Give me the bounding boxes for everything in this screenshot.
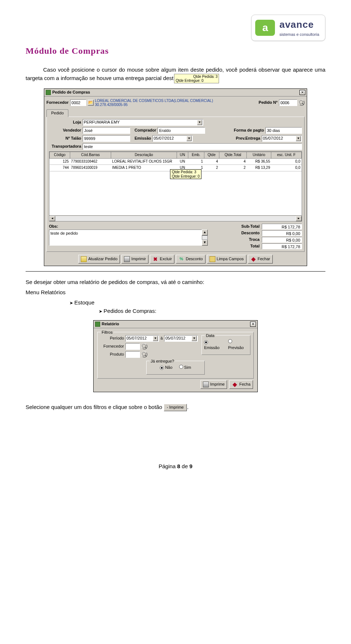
produto-input[interactable] <box>125 351 140 358</box>
page-footer: Página 8 de 9 <box>26 462 325 470</box>
value-total: R$ 172,78 <box>262 243 302 249</box>
forma-pagto-input[interactable]: 30 dias <box>265 127 302 134</box>
radio-sim[interactable]: Sim <box>179 365 191 371</box>
save-icon <box>81 256 87 262</box>
tab-pedido[interactable]: Pedido <box>46 109 68 117</box>
percent-icon: % <box>178 256 184 262</box>
paragraph-relatorio-intro: Se desejar obter uma relatório de pedido… <box>26 278 325 286</box>
scroll-left-icon[interactable]: ◄ <box>49 216 55 221</box>
radio-nao[interactable]: Não <box>160 365 172 371</box>
brand-name: avance <box>279 18 319 32</box>
periodo-from-date[interactable]: 05/07/2012▼ <box>125 335 159 342</box>
imprime-button[interactable]: Imprime <box>200 380 227 389</box>
tooltip-inline: Qtde Pedida: 3Qtde Entregue: 0 <box>174 74 219 83</box>
tabstrip: Pedido <box>46 109 305 117</box>
broom-icon <box>210 256 215 262</box>
scroll-up-icon[interactable]: ▲ <box>202 230 208 235</box>
group-data: Data Emissão Previsão <box>201 335 250 355</box>
emissao-date[interactable]: 05/07/2012▼ <box>152 135 193 142</box>
periodo-to-date[interactable]: 05/07/2012▼ <box>164 335 198 342</box>
label-fornecedor: Fornecedor <box>101 344 124 349</box>
grid-header-row: CódigoCód.Barras DescriaçãoUN Emb.Qtde Q… <box>50 152 302 159</box>
label-transportadora: Transportadora <box>49 144 81 149</box>
label-subtotal: Sub-Total <box>241 224 260 230</box>
prev-entrega-date[interactable]: 05/07/2012▼ <box>262 135 302 142</box>
action-bar: Atualizar Pedido Imprimir ✖Excluir %Desc… <box>46 255 305 264</box>
radio-previsao[interactable]: Previsão <box>228 339 248 351</box>
scroll-down-icon[interactable]: ▼ <box>202 240 208 246</box>
value-troca: R$ 0,00 <box>262 237 302 243</box>
paragraph-intro: Caso você posicione o cursor do mouse so… <box>26 66 325 83</box>
imprimir-button[interactable]: Imprimir <box>121 255 148 264</box>
printer-icon <box>167 407 168 408</box>
printer-icon <box>203 382 209 387</box>
pedido-no-input[interactable]: 0006 <box>279 99 297 106</box>
titlebar: Relatório ✕ <box>94 321 257 328</box>
fechar-button[interactable]: ◆Fechar <box>248 255 273 264</box>
paragraph-select-filter: Selecione qualquer um dos filtros e cliq… <box>26 403 325 411</box>
close-icon[interactable]: ✕ <box>299 90 305 95</box>
chevron-down-icon: ▼ <box>153 336 158 341</box>
label-loja: Loja <box>49 120 81 125</box>
label-troca: Troca <box>249 237 260 243</box>
scroll-right-icon[interactable]: ► <box>296 216 302 221</box>
comprador-input[interactable]: Eraldo <box>158 127 205 134</box>
legend-entregue: Já entregue? <box>150 359 175 364</box>
brand-card: a avance sistemas e consultoria <box>251 15 325 41</box>
label-comprador: Comprador <box>135 128 156 133</box>
label-talao: Nº Talão <box>49 136 81 141</box>
group-filtros: Filtros Período 05/07/2012▼ à 05/07/2012… <box>97 332 254 379</box>
fecha-button[interactable]: ◆Fecha <box>229 380 253 389</box>
chevron-down-icon: ▼ <box>197 120 202 125</box>
fornecedor-input[interactable] <box>125 343 140 350</box>
value-subtotal: R$ 172,78 <box>262 224 302 230</box>
close-icon: ◆ <box>232 382 238 387</box>
app-icon <box>46 90 51 95</box>
window-pedido-de-compras: Pedido de Compras ✕ Fornecedor 0002 📂 LO… <box>44 88 307 266</box>
fornecedor-code-input[interactable]: 0002 <box>70 99 86 106</box>
search-icon[interactable] <box>299 100 305 106</box>
obs-textarea[interactable]: teste de pedido <box>49 230 202 246</box>
delete-icon: ✖ <box>152 256 158 262</box>
desconto-button[interactable]: %Desconto <box>176 255 205 264</box>
radio-emissao[interactable]: Emissão <box>204 339 224 351</box>
label-prev-entrega: Prev.Entrega <box>236 136 260 141</box>
transportadora-input[interactable]: teste <box>83 143 302 150</box>
legend-filtros: Filtros <box>101 330 114 336</box>
search-icon[interactable] <box>141 352 147 357</box>
fornecedor-name: LOREAL COMERCIAL DE COSMETICOS LTDA(LORE… <box>95 99 257 107</box>
menu-l1: Estoque Pedidos de Compras: <box>69 299 325 315</box>
value-desconto: R$ 0,00 <box>262 230 302 236</box>
folder-open-icon[interactable]: 📂 <box>88 100 94 106</box>
separator <box>26 271 325 272</box>
window-title: Relatório <box>102 321 119 327</box>
label-emissao: Emissão <box>135 136 151 141</box>
chevron-down-icon: ▼ <box>192 336 197 341</box>
group-entregue: Já entregue? Não Sim <box>146 361 205 375</box>
label-vendedor: Vendedor <box>49 128 81 133</box>
atualizar-button[interactable]: Atualizar Pedido <box>78 255 120 264</box>
table-row[interactable]: 125 7790033108462 LOREAL REVITALIFT OLHO… <box>50 158 302 165</box>
label-a: à <box>161 336 163 341</box>
loja-select[interactable]: PERFUMARIA EMY▼ <box>83 119 203 126</box>
window-title: Pedido de Compras <box>52 90 90 95</box>
label-periodo: Período <box>101 336 124 341</box>
brand-bar: a avance sistemas e consultoria <box>26 15 325 41</box>
items-grid[interactable]: CódigoCód.Barras DescriaçãoUN Emb.Qtde Q… <box>49 151 302 216</box>
label-pedido-no: Pedido Nº <box>258 100 278 106</box>
tooltip-qtde: Qtde Pedida: 3Qtde Entregue: 0 <box>170 169 201 179</box>
totals-panel: Sub-TotalR$ 172,78 DescontoR$ 0,00 Troca… <box>211 224 302 249</box>
brand-logo-icon: a <box>255 20 275 36</box>
grid-scrollbar[interactable]: ◄ ► <box>49 216 302 221</box>
talao-input[interactable]: 99999 <box>83 135 130 142</box>
app-icon <box>95 322 100 327</box>
label-forma-pagto: Forma de pagto <box>234 128 264 133</box>
close-icon: ◆ <box>250 256 256 262</box>
excluir-button[interactable]: ✖Excluir <box>150 255 174 264</box>
close-icon[interactable]: ✕ <box>250 322 256 327</box>
vendedor-input[interactable]: José <box>83 127 130 134</box>
limpa-button[interactable]: Limpa Campos <box>207 255 246 264</box>
menu-root: Menu Relatórios <box>26 288 325 296</box>
legend-data: Data <box>205 333 215 339</box>
search-icon[interactable] <box>141 344 147 349</box>
